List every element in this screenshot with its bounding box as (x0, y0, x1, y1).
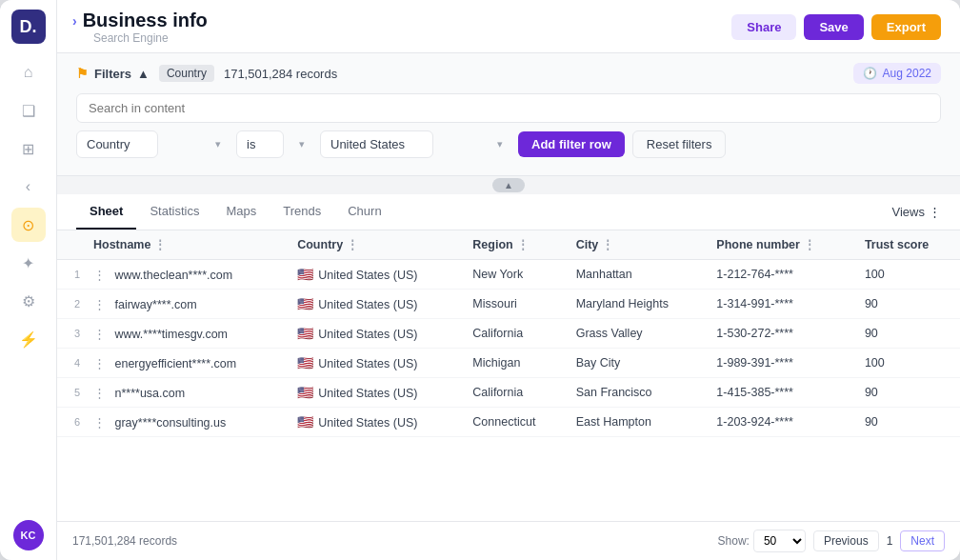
filter-value-select[interactable]: United States (320, 130, 433, 158)
header: › Business info Search Engine Share Save… (57, 0, 960, 53)
country-flag: 🇺🇸 (297, 267, 313, 282)
avatar[interactable]: KC (13, 520, 44, 550)
hostname-col-menu[interactable]: ⋮ (154, 238, 166, 251)
row-menu-icon[interactable]: ⋮ (93, 357, 106, 370)
data-table-wrap: Hostname ⋮ Country ⋮ (57, 230, 960, 521)
search-input[interactable] (76, 93, 941, 123)
cell-city: Grass Valley (567, 319, 708, 349)
cell-region: California (463, 378, 566, 408)
table-row: 3 ⋮ www.****timesgv.com 🇺🇸United States … (57, 319, 960, 349)
row-number: 4 (57, 349, 84, 378)
tab-maps[interactable]: Maps (212, 194, 270, 230)
country-col-menu[interactable]: ⋮ (347, 238, 358, 251)
filter-bar: ⚑ Filters ▲ Country 171,501,284 records … (57, 53, 960, 176)
cell-hostname: ⋮ n****usa.com (84, 378, 288, 408)
table-body: 1 ⋮ www.theclean****.com 🇺🇸United States… (57, 260, 960, 437)
layers-icon[interactable]: ❑ (11, 93, 46, 128)
footer-total-records: 171,501,284 records (72, 534, 177, 548)
cell-region: Connecticut (463, 408, 566, 437)
add-filter-button[interactable]: Add filter row (518, 131, 625, 157)
show-per-page-select[interactable]: 50 100 (753, 530, 806, 552)
row-menu-icon[interactable]: ⋮ (93, 416, 106, 430)
region-col-menu[interactable]: ⋮ (517, 238, 529, 251)
share-button[interactable]: Share (731, 14, 796, 40)
footer: 171,501,284 records Show: 50 100 Previou… (57, 521, 960, 560)
filter-date: 🕐 Aug 2022 (853, 63, 941, 84)
home-icon[interactable]: ⌂ (11, 55, 46, 90)
app-logo: D. (11, 10, 46, 44)
col-trust: Trust score (855, 230, 960, 260)
page-subtitle: Search Engine (93, 31, 208, 45)
cell-phone: 1-314-991-**** (707, 290, 855, 319)
cell-trust: 90 (855, 408, 960, 437)
cell-country: 🇺🇸United States (US) (288, 378, 463, 408)
cell-trust: 90 (855, 319, 960, 349)
cell-phone: 1-212-764-**** (707, 260, 855, 290)
cell-phone: 1-989-391-**** (707, 349, 855, 378)
page-number: 1 (887, 534, 893, 548)
header-actions: Share Save Export (731, 14, 941, 40)
grid-icon[interactable]: ⊞ (11, 131, 46, 166)
country-flag: 🇺🇸 (297, 385, 313, 400)
collapse-button[interactable]: ▲ (492, 178, 525, 192)
cell-hostname: ⋮ www.****timesgv.com (84, 319, 288, 349)
row-menu-icon[interactable]: ⋮ (93, 298, 106, 311)
cell-region: California (463, 319, 566, 349)
table-row: 6 ⋮ gray****consulting.us 🇺🇸United State… (57, 408, 960, 437)
filter-row: Country is United States Add filter row (76, 130, 941, 158)
filter-label: ⚑ Filters ▲ (76, 66, 150, 81)
row-number: 5 (57, 378, 84, 408)
search-icon[interactable]: ⊙ (11, 208, 46, 242)
tab-sheet[interactable]: Sheet (76, 194, 136, 230)
filters-collapse-icon[interactable]: ▲ (137, 67, 150, 81)
phone-col-menu[interactable]: ⋮ (804, 238, 815, 251)
cell-hostname: ⋮ fairway****.com (84, 290, 288, 319)
save-button[interactable]: Save (804, 14, 863, 40)
tab-churn[interactable]: Churn (334, 194, 394, 230)
next-button[interactable]: Next (900, 530, 945, 551)
tab-statistics[interactable]: Statistics (136, 194, 212, 230)
cell-trust: 100 (855, 349, 960, 378)
reset-filters-button[interactable]: Reset filters (632, 130, 727, 158)
export-button[interactable]: Export (871, 14, 941, 40)
filter-field-select[interactable]: Country (76, 130, 158, 158)
city-col-menu[interactable]: ⋮ (602, 238, 613, 251)
views-button[interactable]: Views ⋮ (892, 205, 941, 219)
lightning-icon[interactable]: ⚡ (11, 322, 46, 356)
breadcrumb-arrow: › (72, 13, 77, 29)
country-flag: 🇺🇸 (297, 326, 313, 341)
gear-icon[interactable]: ⚙ (11, 284, 46, 318)
row-number: 6 (57, 408, 84, 437)
table-row: 5 ⋮ n****usa.com 🇺🇸United States (US) Ca… (57, 378, 960, 408)
cell-trust: 90 (855, 378, 960, 408)
views-label: Views (892, 205, 925, 219)
table-row: 4 ⋮ energyefficient****.com 🇺🇸United Sta… (57, 349, 960, 378)
col-city: City ⋮ (567, 230, 708, 260)
country-flag: 🇺🇸 (297, 355, 313, 370)
cell-country: 🇺🇸United States (US) (288, 408, 463, 437)
filter-field-wrap: Country (76, 130, 229, 158)
cell-country: 🇺🇸United States (US) (288, 290, 463, 319)
chevron-icon[interactable]: ‹ (11, 170, 46, 204)
cell-city: Manhattan (567, 260, 708, 290)
filter-count: 171,501,284 records (224, 67, 337, 81)
show-select-wrap: Show: 50 100 (718, 530, 806, 552)
clock-icon: 🕐 (863, 67, 877, 80)
row-menu-icon[interactable]: ⋮ (93, 269, 106, 282)
cell-region: New York (463, 260, 566, 290)
filter-text: Filters (94, 67, 131, 81)
row-menu-icon[interactable]: ⋮ (93, 328, 106, 341)
previous-button[interactable]: Previous (813, 530, 879, 551)
col-country: Country ⋮ (288, 230, 463, 260)
filter-op-select[interactable]: is (236, 130, 284, 158)
title-row: › Business info (72, 10, 208, 31)
sparkle-icon[interactable]: ✦ (11, 246, 46, 280)
tab-trends[interactable]: Trends (270, 194, 334, 230)
tabs-row: Sheet Statistics Maps Trends Churn Views… (57, 194, 960, 230)
col-rownum (57, 230, 84, 260)
filter-header: ⚑ Filters ▲ Country 171,501,284 records … (76, 63, 941, 84)
show-label: Show: (718, 534, 750, 548)
sidebar: D. ⌂ ❑ ⊞ ‹ ⊙ ✦ ⚙ ⚡ KC (0, 0, 57, 560)
views-menu-icon: ⋮ (929, 205, 941, 219)
row-menu-icon[interactable]: ⋮ (93, 387, 106, 400)
